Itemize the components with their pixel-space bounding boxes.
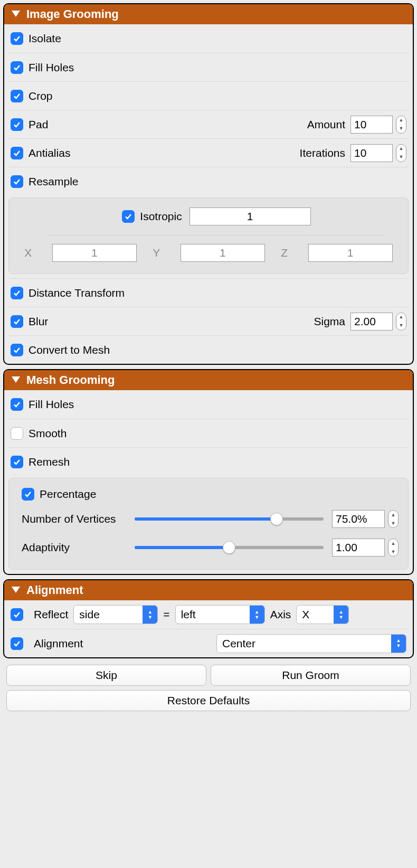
smooth-label: Smooth: [29, 427, 406, 440]
pad-amount-stepper[interactable]: ▲▼: [396, 116, 406, 134]
resample-subpanel: Isotropic X Y Z: [8, 197, 409, 274]
isotropic-checkbox[interactable]: [122, 210, 135, 223]
percentage-label: Percentage: [40, 488, 96, 501]
distance-transform-label: Distance Transform: [29, 287, 406, 299]
vertices-row: Number of Vertices ▲▼: [22, 505, 399, 533]
vertices-slider[interactable]: [135, 513, 324, 525]
adaptivity-slider[interactable]: [135, 541, 324, 554]
x-input[interactable]: [52, 244, 137, 262]
pad-checkbox[interactable]: [11, 118, 23, 131]
mesh-fill-holes-row: Fill Holes: [8, 390, 409, 419]
chevron-updown-icon: ▲▼: [391, 635, 406, 653]
reflect-label: Reflect: [34, 608, 68, 621]
svg-marker-2: [12, 587, 20, 593]
isolate-row: Isolate: [8, 24, 409, 53]
blur-label: Blur: [29, 315, 314, 328]
smooth-row: Smooth: [8, 419, 409, 447]
resample-checkbox[interactable]: [11, 175, 23, 188]
alignment-header[interactable]: Alignment: [4, 580, 413, 600]
antialias-label: Antialias: [29, 147, 300, 159]
blur-checkbox[interactable]: [11, 315, 23, 328]
svg-marker-0: [12, 11, 20, 17]
blur-sigma-input[interactable]: [350, 313, 393, 331]
image-grooming-panel: Image Grooming Isolate Fill Holes Crop: [3, 3, 414, 365]
run-groom-button[interactable]: Run Groom: [211, 665, 411, 686]
vertices-stepper[interactable]: ▲▼: [388, 510, 399, 528]
reflect-row: Reflect side ▲▼ = left ▲▼ Axis X ▲▼: [8, 600, 409, 629]
isolate-checkbox[interactable]: [11, 32, 23, 45]
restore-defaults-button[interactable]: Restore Defaults: [6, 690, 411, 711]
axis-label: Axis: [270, 608, 291, 621]
x-label: X: [24, 247, 32, 259]
mesh-grooming-title: Mesh Grooming: [26, 373, 115, 387]
adaptivity-label: Adaptivity: [22, 541, 132, 554]
distance-transform-checkbox[interactable]: [11, 287, 23, 299]
xyz-row: X Y Z: [16, 239, 401, 266]
crop-label: Crop: [29, 90, 406, 102]
skip-button[interactable]: Skip: [6, 665, 206, 686]
z-label: Z: [281, 247, 288, 259]
chevron-updown-icon: ▲▼: [334, 606, 348, 624]
alignment-panel: Alignment Reflect side ▲▼ = left ▲▼ Axis: [3, 579, 414, 658]
disclosure-triangle-icon: [12, 11, 20, 18]
remesh-label: Remesh: [29, 456, 406, 468]
antialias-iterations-input[interactable]: [350, 144, 393, 162]
pad-row: Pad Amount ▲▼: [8, 110, 409, 138]
smooth-checkbox[interactable]: [11, 427, 23, 440]
isotropic-row: Isotropic: [48, 203, 385, 235]
alignment-row: Alignment Center ▲▼: [8, 629, 409, 657]
percentage-row: Percentage: [22, 484, 399, 505]
adaptivity-input[interactable]: [332, 539, 385, 556]
mesh-grooming-header[interactable]: Mesh Grooming: [4, 370, 413, 390]
blur-sigma-stepper[interactable]: ▲▼: [396, 313, 406, 331]
disclosure-triangle-icon: [12, 376, 20, 384]
isotropic-input[interactable]: [189, 207, 311, 225]
reflect-axis-select[interactable]: X ▲▼: [296, 605, 349, 624]
resample-row: Resample: [8, 167, 409, 195]
crop-row: Crop: [8, 81, 409, 110]
alignment-value-select[interactable]: Center ▲▼: [216, 634, 406, 653]
antialias-iterations-stepper[interactable]: ▲▼: [396, 144, 406, 162]
action-buttons: Skip Run Groom: [3, 663, 414, 688]
chevron-updown-icon: ▲▼: [143, 606, 157, 624]
convert-to-mesh-label: Convert to Mesh: [29, 344, 406, 356]
alignment-checkbox[interactable]: [11, 637, 23, 650]
resample-label: Resample: [29, 175, 406, 188]
fill-holes-checkbox[interactable]: [11, 61, 23, 74]
fill-holes-label: Fill Holes: [29, 61, 406, 74]
adaptivity-stepper[interactable]: ▲▼: [388, 539, 399, 556]
fill-holes-row: Fill Holes: [8, 53, 409, 81]
restore-row: Restore Defaults: [3, 688, 414, 715]
adaptivity-row: Adaptivity ▲▼: [22, 533, 399, 562]
reflect-value-select[interactable]: left ▲▼: [175, 605, 265, 624]
y-label: Y: [153, 247, 160, 259]
percentage-checkbox[interactable]: [22, 488, 34, 501]
vertices-input[interactable]: [332, 510, 385, 528]
antialias-checkbox[interactable]: [11, 147, 23, 159]
chevron-updown-icon: ▲▼: [250, 606, 264, 624]
alignment-title: Alignment: [26, 583, 83, 597]
blur-row: Blur Sigma ▲▼: [8, 307, 409, 335]
crop-checkbox[interactable]: [11, 90, 23, 102]
convert-to-mesh-row: Convert to Mesh: [8, 335, 409, 364]
reflect-checkbox[interactable]: [11, 608, 23, 621]
mesh-fill-holes-label: Fill Holes: [29, 398, 406, 411]
pad-amount-input[interactable]: [350, 116, 393, 134]
remesh-checkbox[interactable]: [11, 456, 23, 468]
image-grooming-title: Image Grooming: [26, 7, 119, 21]
remesh-row: Remesh: [8, 447, 409, 476]
image-grooming-header[interactable]: Image Grooming: [4, 4, 413, 24]
convert-to-mesh-checkbox[interactable]: [11, 344, 23, 356]
mesh-fill-holes-checkbox[interactable]: [11, 398, 23, 411]
isolate-label: Isolate: [29, 32, 406, 45]
y-input[interactable]: [181, 244, 265, 262]
z-input[interactable]: [308, 244, 393, 262]
disclosure-triangle-icon: [12, 587, 20, 594]
equals-label: =: [163, 608, 169, 621]
distance-transform-row: Distance Transform: [8, 278, 409, 307]
pad-amount-label: Amount: [307, 118, 345, 131]
antialias-row: Antialias Iterations ▲▼: [8, 138, 409, 167]
vertices-label: Number of Vertices: [22, 513, 132, 525]
reflect-side-select[interactable]: side ▲▼: [73, 605, 158, 624]
blur-sigma-label: Sigma: [314, 315, 345, 328]
